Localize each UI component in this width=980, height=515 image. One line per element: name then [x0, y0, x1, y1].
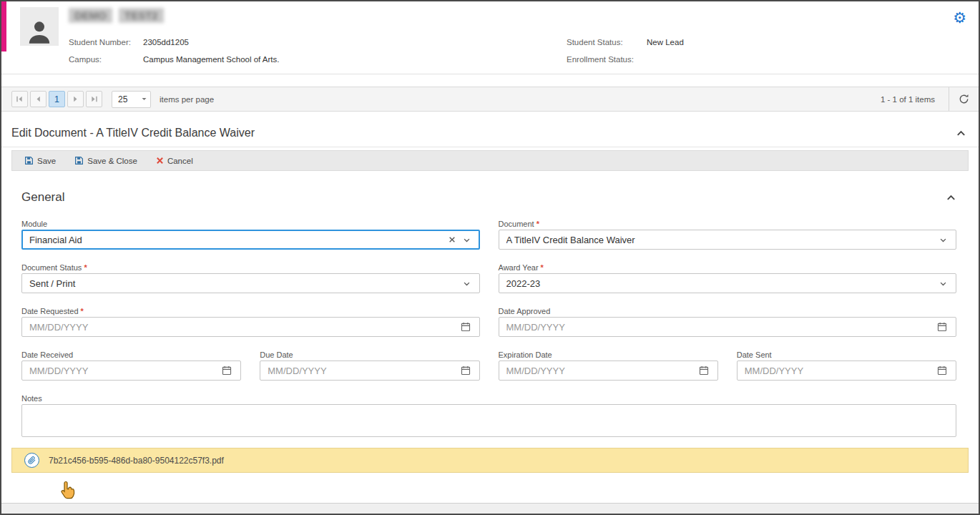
date-requested-text[interactable]	[29, 322, 457, 333]
seek-first-icon	[16, 95, 24, 103]
field-expiration-date: Expiration Date	[499, 348, 718, 381]
pagination-bar: 1 25 items per page 1 - 1 of 1 items	[1, 87, 979, 112]
award-year-value: 2022-23	[506, 278, 936, 289]
items-summary: 1 - 1 of 1 items	[881, 95, 935, 104]
due-date-input[interactable]	[260, 360, 479, 381]
student-status-label: Student Status:	[567, 38, 623, 46]
seek-last-icon	[90, 95, 98, 103]
field-date-received: Date Received	[21, 348, 241, 381]
attachment-filename[interactable]: 7b21c456-b595-486d-ba80-9504122c57f3.pdf	[49, 456, 224, 466]
due-date-text[interactable]	[268, 366, 456, 376]
module-combobox[interactable]: Financial Aid	[21, 230, 480, 250]
student-status-value: New Lead	[647, 38, 684, 46]
save-button[interactable]: Save	[24, 156, 56, 165]
prev-icon	[34, 95, 42, 103]
page-size-value: 25	[112, 94, 137, 104]
chevron-down-icon[interactable]	[459, 280, 474, 288]
edit-document-title: Edit Document - A TitleIV Credit Balance…	[11, 127, 255, 139]
cancel-button[interactable]: Cancel	[156, 157, 193, 165]
clear-x-icon[interactable]	[445, 236, 459, 243]
chevron-up-icon	[946, 192, 956, 203]
date-requested-input[interactable]	[21, 317, 480, 337]
date-sent-text[interactable]	[745, 366, 934, 376]
field-module: Module Financial Aid	[21, 217, 480, 250]
date-approved-label: Date Approved	[499, 307, 551, 315]
field-award-year: Award Year* 2022-23	[499, 260, 957, 293]
student-first-name: DEMO	[69, 8, 112, 23]
student-number-label: Student Number:	[69, 38, 131, 46]
student-number-value: 2305dd1205	[143, 38, 189, 46]
calendar-icon[interactable]	[695, 366, 712, 376]
document-status-value: Sent / Print	[29, 278, 459, 289]
module-label: Module	[21, 220, 47, 228]
cancel-button-label: Cancel	[167, 157, 193, 165]
calendar-icon[interactable]	[457, 366, 474, 376]
student-last-name: TEST2	[119, 8, 164, 23]
calendar-icon[interactable]	[934, 322, 951, 332]
refresh-button[interactable]	[949, 87, 979, 111]
document-form: Module Financial Aid Document* A TitleIV	[1, 205, 979, 437]
expiration-date-input[interactable]	[499, 360, 718, 381]
date-sent-input[interactable]	[737, 360, 956, 381]
expiration-date-label: Expiration Date	[499, 350, 552, 359]
prev-page-button[interactable]	[30, 91, 46, 107]
document-status-select[interactable]: Sent / Print	[21, 273, 480, 293]
cursor-hand	[60, 481, 76, 502]
date-received-label: Date Received	[21, 350, 73, 359]
field-document-status: Document Status* Sent / Print	[21, 260, 480, 293]
document-label: Document	[499, 220, 534, 228]
page-size-select[interactable]: 25	[112, 91, 151, 108]
save-icon	[24, 156, 34, 165]
award-year-select[interactable]: 2022-23	[499, 273, 957, 293]
campus-value: Campus Management School of Arts.	[143, 55, 280, 64]
save-button-label: Save	[37, 157, 56, 165]
field-due-date: Due Date	[260, 348, 479, 381]
save-close-icon	[74, 156, 84, 165]
edit-document-header: Edit Document - A TitleIV Credit Balance…	[1, 127, 979, 147]
editor-toolbar: Save Save & Close Cancel	[11, 150, 969, 171]
paperclip-icon[interactable]	[24, 453, 39, 468]
chevron-down-icon[interactable]	[459, 236, 474, 244]
page-1-button[interactable]: 1	[49, 91, 65, 107]
date-approved-input[interactable]	[499, 317, 957, 337]
document-select[interactable]: A TitleIV Credit Balance Waiver	[499, 230, 957, 250]
field-notes: Notes	[21, 391, 956, 437]
due-date-label: Due Date	[260, 350, 293, 359]
document-status-label: Document Status	[21, 263, 82, 272]
calendar-icon[interactable]	[934, 366, 951, 376]
chevron-down-icon[interactable]	[936, 280, 951, 288]
footer-strip	[1, 503, 979, 514]
save-and-close-button-label: Save & Close	[87, 157, 137, 165]
save-and-close-button[interactable]: Save & Close	[74, 156, 137, 165]
field-document: Document* A TitleIV Credit Balance Waive…	[499, 217, 957, 250]
last-page-button[interactable]	[86, 91, 102, 107]
next-icon	[72, 95, 79, 103]
date-received-input[interactable]	[21, 360, 241, 381]
collapse-general-button[interactable]	[946, 192, 956, 203]
student-name: DEMO TEST2	[69, 8, 164, 23]
enrollment-status-label: Enrollment Status:	[567, 55, 634, 64]
required-asterisk: *	[536, 220, 539, 228]
module-value: Financial Aid	[29, 235, 445, 245]
first-page-button[interactable]	[11, 91, 28, 107]
field-date-sent: Date Sent	[737, 348, 956, 381]
calendar-icon[interactable]	[218, 366, 235, 376]
expiration-date-text[interactable]	[506, 366, 695, 376]
notes-textarea[interactable]	[21, 404, 956, 437]
date-received-text[interactable]	[29, 366, 218, 376]
accent-bar	[1, 1, 6, 52]
chevron-down-icon	[137, 96, 150, 102]
next-page-button[interactable]	[67, 91, 84, 107]
collapse-section-button[interactable]	[956, 128, 966, 139]
calendar-icon[interactable]	[457, 322, 474, 332]
document-value: A TitleIV Credit Balance Waiver	[506, 235, 936, 245]
person-icon	[25, 17, 54, 46]
notes-label: Notes	[21, 394, 42, 403]
avatar	[20, 7, 59, 46]
gear-icon[interactable]: ⚙	[953, 10, 966, 25]
field-date-approved: Date Approved	[499, 304, 957, 337]
attachment-row[interactable]: 7b21c456-b595-486d-ba80-9504122c57f3.pdf	[11, 448, 969, 473]
date-approved-text[interactable]	[506, 322, 934, 333]
app-window: DEMO TEST2 Student Number: 2305dd1205 Ca…	[0, 0, 980, 515]
chevron-down-icon[interactable]	[936, 236, 951, 244]
